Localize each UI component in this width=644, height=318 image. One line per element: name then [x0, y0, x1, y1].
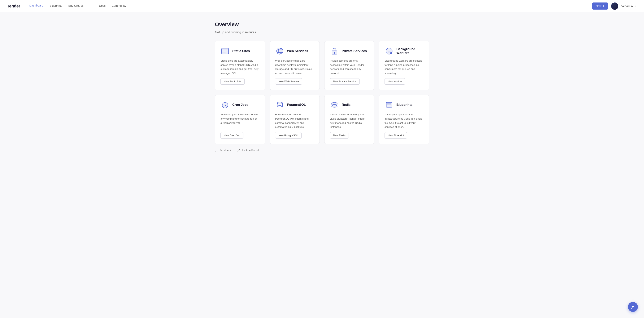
svg-rect-27	[215, 149, 218, 151]
new-button[interactable]: New +	[592, 3, 608, 10]
page-subtitle: Get up and running in minutes	[215, 31, 429, 34]
card-static-sites-desc: Static sites are automatically served ov…	[220, 59, 260, 75]
svg-rect-1	[222, 50, 228, 50]
page-title: Overview	[215, 22, 429, 28]
card-blueprints-title: Blueprints	[396, 103, 412, 107]
svg-point-18	[225, 105, 226, 106]
card-web-services-header: Web Services	[275, 47, 314, 56]
nav-community[interactable]: Community	[112, 4, 126, 8]
new-private-service-button[interactable]: New Private Service	[330, 78, 360, 85]
svg-point-22	[332, 103, 337, 105]
new-worker-button[interactable]: New Worker	[384, 78, 405, 85]
nav-links: Dashboard Blueprints Env Groups Docs Com…	[29, 4, 592, 9]
avatar	[611, 3, 618, 10]
card-redis-desc: A cloud based in-memory key value datast…	[330, 113, 369, 129]
card-background-workers-header: Background Workers	[384, 47, 424, 56]
nav-env-groups[interactable]: Env Groups	[68, 4, 84, 8]
svg-point-19	[277, 102, 282, 104]
new-web-service-button[interactable]: New Web Service	[275, 78, 302, 85]
new-cron-job-button[interactable]: New Cron Job	[220, 132, 244, 139]
new-postgresql-button[interactable]: New PostgreSQL	[275, 132, 302, 139]
card-private-services-desc: Private services are only accessible wit…	[330, 59, 369, 75]
card-private-services-header: Private Services	[330, 47, 369, 56]
chat-icon	[630, 304, 635, 309]
web-services-icon	[275, 47, 284, 56]
page-footer: Feedback Invite a Friend	[215, 149, 429, 152]
svg-rect-2	[222, 51, 228, 51]
plus-icon: +	[602, 4, 604, 8]
background-workers-icon	[384, 47, 394, 56]
card-static-sites-header: Static Sites	[220, 47, 260, 56]
card-blueprints: Blueprints A Blueprint specifies your In…	[379, 95, 429, 144]
card-redis-title: Redis	[342, 103, 350, 107]
card-postgresql: PostgreSQL Fully-managed hosted PostgreS…	[270, 95, 320, 144]
card-background-workers-title: Background Workers	[396, 47, 424, 55]
card-postgresql-header: PostgreSQL	[275, 100, 314, 109]
feedback-link[interactable]: Feedback	[215, 149, 231, 152]
card-private-services-title: Private Services	[342, 49, 367, 53]
new-blueprint-button[interactable]: New Blueprint	[384, 132, 407, 139]
card-web-services: Web Services Web services include zero-d…	[270, 41, 320, 90]
card-redis-header: Redis	[330, 100, 369, 109]
logo: render	[8, 4, 20, 9]
private-services-icon	[330, 47, 339, 56]
cards-row-2: Cron Jobs With cron jobs you can schedul…	[215, 95, 429, 144]
card-static-sites-title: Static Sites	[232, 49, 250, 53]
card-private-services: Private Services Private services are on…	[324, 41, 374, 90]
card-cron-jobs-title: Cron Jobs	[232, 103, 248, 107]
card-web-services-desc: Web services include zero-downtime deplo…	[275, 59, 314, 75]
card-postgresql-title: PostgreSQL	[287, 103, 306, 107]
blueprints-icon	[384, 100, 394, 109]
navbar: render Dashboard Blueprints Env Groups D…	[0, 0, 644, 12]
redis-icon	[330, 100, 339, 109]
card-cron-jobs: Cron Jobs With cron jobs you can schedul…	[215, 95, 265, 144]
card-background-workers: Background Workers Background workers ar…	[379, 41, 429, 90]
chat-bubble[interactable]	[628, 302, 638, 312]
card-background-workers-desc: Background workers are suitable for long…	[384, 59, 424, 75]
nav-divider	[91, 4, 92, 9]
new-redis-button[interactable]: New Redis	[330, 132, 349, 139]
avatar-image	[611, 3, 618, 10]
feedback-icon	[215, 149, 218, 152]
main-content: Overview Get up and running in minutes S…	[207, 12, 437, 167]
user-name: Vedant A.	[622, 5, 634, 8]
static-sites-icon	[220, 47, 230, 56]
card-blueprints-desc: A Blueprint specifies your Infrastructur…	[384, 113, 424, 129]
nav-blueprints[interactable]: Blueprints	[50, 4, 62, 8]
card-postgresql-desc: Fully-managed hosted PostgreSQL with int…	[275, 113, 314, 129]
nav-docs[interactable]: Docs	[99, 4, 106, 8]
svg-rect-3	[222, 52, 226, 53]
chevron-down-icon: ▾	[635, 5, 636, 8]
nav-right: New + Vedant A. ▾	[592, 3, 636, 10]
card-cron-jobs-header: Cron Jobs	[220, 100, 260, 109]
card-cron-jobs-desc: With cron jobs you can schedule any comm…	[220, 113, 260, 129]
new-static-site-button[interactable]: New Static Site	[220, 78, 244, 85]
invite-friend-link[interactable]: Invite a Friend	[237, 149, 259, 152]
card-redis: Redis A cloud based in-memory key value …	[324, 95, 374, 144]
postgresql-icon	[275, 100, 284, 109]
cron-jobs-icon	[220, 100, 230, 109]
user-menu[interactable]: Vedant A. ▾	[622, 5, 636, 8]
invite-icon	[237, 149, 240, 152]
svg-point-10	[334, 52, 335, 53]
card-blueprints-header: Blueprints	[384, 100, 424, 109]
cards-row-1: Static Sites Static sites are automatica…	[215, 41, 429, 90]
nav-dashboard[interactable]: Dashboard	[29, 4, 43, 8]
card-web-services-title: Web Services	[287, 49, 308, 53]
card-static-sites: Static Sites Static sites are automatica…	[215, 41, 265, 90]
